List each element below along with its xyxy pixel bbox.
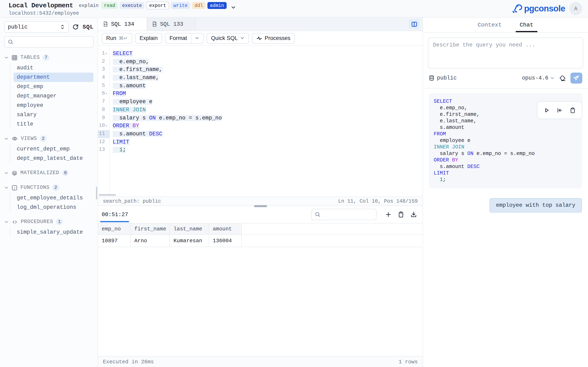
quick-sql-button[interactable]: Quick SQL [207, 33, 249, 43]
code-line-11[interactable]: 11 s.amount DESC [98, 130, 423, 138]
code-line-6[interactable]: 6▾FROM [98, 90, 423, 98]
sidebar-item-audit[interactable]: audit [13, 63, 94, 73]
column-header-first_name[interactable]: first_name [131, 224, 170, 234]
line-number: 8 [98, 106, 109, 114]
chevron-up-down-icon [60, 24, 65, 30]
code-line-4[interactable]: 4 e.last_name, [98, 74, 423, 82]
editor-hscrollbar-thumb[interactable] [99, 194, 116, 196]
sidebar-search-input[interactable] [16, 39, 90, 45]
user-avatar[interactable]: A [569, 2, 582, 15]
sql-editor[interactable]: 1▾SELECT2 e.emp_no,3 e.first_name,4 e.la… [98, 46, 423, 197]
code-line-9[interactable]: 9 salary s ON e.emp_no = s.emp_no [98, 114, 423, 122]
code-line-3[interactable]: 3 e.first_name, [98, 66, 423, 74]
badge-execute: execute [120, 2, 144, 9]
code-line-10[interactable]: 10▾ORDER BY [98, 122, 423, 130]
sidebar-item-dept_emp[interactable]: dept_emp [13, 82, 94, 91]
copy-results-icon[interactable] [398, 211, 404, 218]
code-line-5[interactable]: 5 s.amount [98, 82, 423, 90]
chevron-down-icon [4, 185, 9, 190]
processes-button[interactable]: Processes [252, 33, 295, 43]
result-tab-timer[interactable]: 00:51:27 [98, 206, 133, 223]
tab-sql-134[interactable]: SQL 134 [98, 17, 147, 31]
code-line-text: s.amount DESC [109, 130, 162, 138]
sidebar-item-simple_salary_update[interactable]: simple_salary_update [13, 227, 94, 237]
tab-sql-133[interactable]: SQL 133 [147, 17, 196, 31]
line-number: 11 [98, 130, 109, 138]
table-icon [11, 54, 17, 60]
refresh-schema-icon[interactable] [72, 24, 79, 30]
fold-arrow-icon[interactable]: ▾ [105, 90, 109, 98]
sidebar-item-dept_emp_latest_date[interactable]: dept_emp_latest_date [13, 154, 94, 163]
assistant-code-line-8: INNER JOIN [434, 144, 577, 150]
sidebar-item-title[interactable]: title [13, 119, 94, 129]
code-line-text: FROM [109, 90, 126, 98]
sidebar-scrollbar-thumb[interactable] [96, 187, 97, 200]
sidebar-item-log_dml_operations[interactable]: log_dml_operations [13, 203, 94, 212]
context-schema-chip[interactable]: public [429, 75, 457, 81]
line-number: 13 [98, 146, 109, 154]
sidebar-item-salary[interactable]: salary [13, 110, 94, 119]
sidebar-search[interactable] [4, 36, 94, 48]
code-line-12[interactable]: 12LIMIT [98, 138, 423, 146]
sidebar-item-get_employee_details[interactable]: get_employee_details [13, 193, 94, 203]
download-results-icon[interactable] [410, 211, 417, 218]
section-header-procedures[interactable]: PROCEDURES1 [4, 217, 94, 227]
assistant-tab-context[interactable]: Context [474, 17, 506, 32]
results-table: emp_nofirst_namelast_nameamount10897Arno… [98, 223, 423, 247]
add-row-icon[interactable] [385, 211, 392, 218]
copy-sql-icon[interactable] [570, 107, 576, 113]
assistant-code-line-6: FROM [434, 131, 577, 137]
results-search[interactable] [311, 209, 376, 220]
chat-input[interactable] [428, 38, 583, 66]
sidebar-item-department[interactable]: department [13, 73, 94, 82]
model-name: opus-4.6 [522, 75, 548, 81]
column-header-last_name[interactable]: last_name [170, 224, 209, 234]
insert-into-editor-icon[interactable] [557, 107, 563, 113]
section-name: TABLES [20, 55, 40, 60]
section-count-badge: 0 [62, 170, 69, 176]
fold-arrow-icon[interactable]: ▾ [105, 122, 109, 130]
function-icon: f [11, 184, 17, 191]
results-search-input[interactable] [323, 211, 373, 217]
sql-message-toolbar [537, 101, 582, 119]
code-line-text: LIMIT [109, 138, 129, 146]
clear-chat-eraser-icon[interactable] [559, 75, 566, 82]
run-button[interactable]: Run ⌘↵ [102, 33, 132, 43]
chevron-down-icon [4, 55, 9, 60]
code-line-1[interactable]: 1▾SELECT [98, 50, 423, 58]
send-message-button[interactable] [571, 73, 582, 83]
column-header-amount[interactable]: amount [209, 224, 242, 234]
assistant-tab-chat[interactable]: Chat [516, 17, 537, 32]
schema-select[interactable]: public [4, 21, 69, 33]
code-line-8[interactable]: 8INNER JOIN [98, 106, 423, 114]
sidebar-item-current_dept_emp[interactable]: current_dept_emp [13, 144, 94, 154]
fold-arrow-icon[interactable]: ▾ [105, 50, 109, 58]
section-name: FUNCTIONS [20, 185, 49, 191]
code-icon [11, 219, 18, 225]
run-generated-sql-icon[interactable] [544, 107, 550, 113]
section-header-functions[interactable]: fFUNCTIONS2 [4, 183, 94, 192]
sql-mode-label[interactable]: SQL [83, 24, 94, 30]
section-header-materialized[interactable]: MATERIALIZED0 [4, 168, 94, 178]
table-row[interactable]: 10897ArnoKumaresan136004 [98, 235, 423, 247]
split-view-button[interactable] [409, 19, 419, 29]
explain-button[interactable]: Explain [135, 33, 162, 43]
line-number: 3 [98, 66, 109, 74]
section-header-views[interactable]: VIEWS2 [4, 134, 94, 143]
connection-chevron-down-icon[interactable] [231, 5, 236, 10]
format-button[interactable]: Format [165, 33, 204, 43]
column-header-emp_no[interactable]: emp_no [98, 224, 131, 234]
results-resize-handle[interactable] [254, 205, 267, 207]
run-shortcut: ⌘↵ [119, 35, 128, 41]
section-items-tables: auditdepartmentdept_empdept_manageremplo… [10, 63, 94, 129]
section-header-tables[interactable]: TABLES7 [4, 53, 94, 62]
table-header-row: emp_nofirst_namelast_nameamount [98, 223, 423, 235]
format-chevron-down-icon[interactable] [195, 36, 199, 40]
model-select[interactable]: opus-4.6 [522, 75, 554, 81]
sidebar-item-employee[interactable]: employee [13, 101, 94, 110]
code-line-7[interactable]: 7 employee e [98, 98, 423, 106]
code-line-13[interactable]: 13 1; [98, 146, 423, 154]
user-message-chip[interactable]: employee with top salary [489, 198, 582, 212]
code-line-2[interactable]: 2 e.emp_no, [98, 58, 423, 66]
sidebar-item-dept_manager[interactable]: dept_manager [13, 91, 94, 101]
